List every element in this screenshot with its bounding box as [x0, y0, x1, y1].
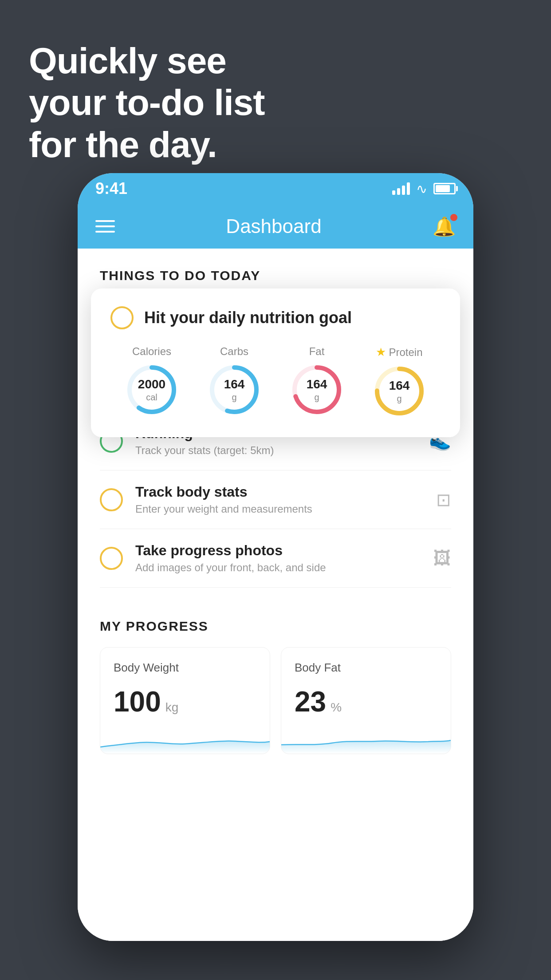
- nutrition-card: Hit your daily nutrition goal Calories 2…: [91, 288, 460, 437]
- body-fat-card-title: Body Fat: [295, 661, 437, 675]
- signal-icon: [392, 182, 410, 195]
- protein-label-row: ★ Protein: [376, 345, 422, 359]
- progress-section-title: MY PROGRESS: [100, 619, 451, 634]
- body-weight-card-title: Body Weight: [114, 661, 256, 675]
- body-stats-checkbox[interactable]: [100, 488, 123, 511]
- body-stats-info: Track body stats Enter your weight and m…: [135, 484, 424, 515]
- fat-label: Fat: [309, 345, 325, 358]
- nutrition-fat: Fat 164 g: [290, 345, 343, 416]
- body-stats-subtitle: Enter your weight and measurements: [135, 503, 424, 515]
- body-weight-value: 100: [114, 685, 161, 718]
- fat-ring: 164 g: [290, 363, 343, 416]
- protein-unit: g: [389, 393, 410, 404]
- app-header: Dashboard 🔔: [78, 204, 473, 249]
- body-weight-chart: [100, 727, 270, 754]
- status-bar: 9:41 ∿: [78, 173, 473, 204]
- phone-mockup: 9:41 ∿ Dashboard 🔔 THINGS TO DO TODAY: [78, 173, 473, 941]
- body-fat-value-row: 23 %: [295, 685, 437, 718]
- todo-item-body-stats[interactable]: Track body stats Enter your weight and m…: [100, 470, 451, 529]
- protein-ring: 164 g: [373, 364, 426, 418]
- star-icon: ★: [376, 345, 386, 359]
- nutrition-checkbox[interactable]: [110, 306, 134, 329]
- nutrition-calories: Calories 2000 cal: [125, 345, 178, 416]
- protein-value: 164: [389, 378, 410, 393]
- todo-item-progress-photos[interactable]: Take progress photos Add images of your …: [100, 529, 451, 588]
- battery-icon: [433, 183, 456, 194]
- carbs-label: Carbs: [220, 345, 248, 358]
- carbs-unit: g: [224, 392, 245, 403]
- body-fat-value: 23: [295, 685, 326, 718]
- todo-list: Running Track your stats (target: 5km) 👟…: [78, 412, 473, 588]
- things-to-do-header: THINGS TO DO TODAY: [78, 249, 473, 292]
- header-title: Dashboard: [226, 215, 321, 237]
- headline-line2: your to-do list: [29, 82, 265, 122]
- fat-value: 164: [307, 377, 327, 392]
- card-title-row: Hit your daily nutrition goal: [110, 306, 441, 329]
- body-weight-card[interactable]: Body Weight 100 kg: [100, 647, 270, 754]
- calories-unit: cal: [138, 392, 165, 403]
- calories-value: 2000: [138, 377, 165, 392]
- headline-line1: Quickly see: [29, 40, 226, 81]
- fat-unit: g: [307, 392, 327, 403]
- body-weight-value-row: 100 kg: [114, 685, 256, 718]
- body-fat-chart: [281, 727, 451, 754]
- body-fat-card[interactable]: Body Fat 23 %: [281, 647, 451, 754]
- wifi-icon: ∿: [416, 181, 427, 197]
- notifications-button[interactable]: 🔔: [433, 216, 456, 237]
- photo-icon: 🖼: [433, 548, 451, 568]
- body-stats-title: Track body stats: [135, 484, 424, 500]
- photos-checkbox[interactable]: [100, 547, 123, 570]
- nutrition-card-title: Hit your daily nutrition goal: [144, 308, 352, 327]
- progress-cards: Body Weight 100 kg: [100, 647, 451, 754]
- calories-label: Calories: [132, 345, 171, 358]
- nutrition-row: Calories 2000 cal Carbs: [110, 345, 441, 418]
- scale-icon: ⊡: [436, 490, 451, 510]
- body-weight-unit: kg: [165, 700, 179, 715]
- carbs-value: 164: [224, 377, 245, 392]
- status-time: 9:41: [95, 179, 127, 198]
- app-headline: Quickly see your to-do list for the day.: [29, 40, 265, 166]
- nutrition-protein: ★ Protein 164 g: [373, 345, 426, 418]
- photos-info: Take progress photos Add images of your …: [135, 542, 421, 574]
- main-content: THINGS TO DO TODAY Hit your daily nutrit…: [78, 249, 473, 941]
- running-subtitle: Track your stats (target: 5km): [135, 444, 417, 457]
- notification-badge: [450, 214, 457, 221]
- photos-title: Take progress photos: [135, 542, 421, 559]
- calories-ring: 2000 cal: [125, 363, 178, 416]
- headline-line3: for the day.: [29, 124, 217, 165]
- nutrition-carbs: Carbs 164 g: [208, 345, 261, 416]
- carbs-ring: 164 g: [208, 363, 261, 416]
- protein-label: Protein: [389, 346, 422, 359]
- progress-section: MY PROGRESS Body Weight 100 kg: [78, 597, 473, 767]
- status-icons: ∿: [392, 181, 456, 197]
- photos-subtitle: Add images of your front, back, and side: [135, 561, 421, 574]
- body-fat-unit: %: [331, 700, 342, 715]
- menu-button[interactable]: [95, 220, 115, 233]
